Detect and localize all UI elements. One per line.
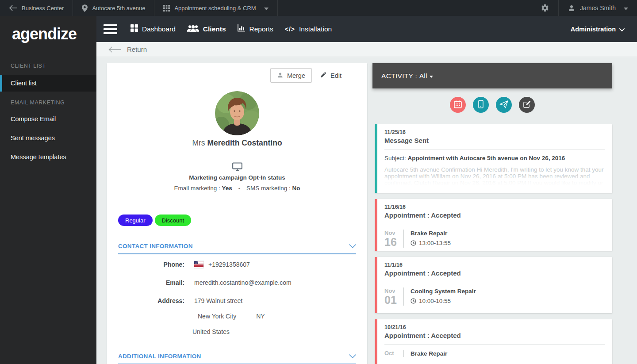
chevron-down-icon[interactable] [349, 244, 356, 248]
edit-button[interactable]: Edit [320, 71, 342, 80]
add-appointment-button[interactable] [450, 97, 466, 113]
activity-action-buttons [372, 97, 612, 113]
divider [384, 224, 605, 224]
activity-title: Message Sent [384, 137, 605, 144]
subject-label: Subject: [384, 155, 406, 161]
chevron-down-icon [624, 5, 628, 11]
address-row: Address: 179 Walnut street [118, 297, 242, 304]
address-country: United States [192, 328, 230, 335]
calendar-icon [454, 100, 462, 110]
email-marketing-label: Email marketing : [174, 185, 220, 192]
app-switcher-label: Appointment scheduling & CRM [174, 5, 256, 11]
activity-card-appointment[interactable]: 11/1/16 Appointment : Accepted Nov 01 Co… [375, 257, 612, 313]
app-switcher[interactable]: Appointment scheduling & CRM [154, 0, 277, 16]
appointment-time: 10:00-10:55 [419, 298, 451, 304]
contact-information-title: CONTACT INFORMATION [118, 243, 193, 249]
user-name: James Smith [580, 4, 616, 11]
appointment-date-block: Oct [384, 350, 404, 357]
merge-person-icon [277, 72, 284, 80]
top-bar: Business Center Autocare 5th avenue Appo… [0, 0, 637, 16]
administration-menu[interactable]: Administration [571, 26, 625, 33]
pencil-icon [320, 71, 327, 80]
business-center-back[interactable]: Business Center [0, 0, 73, 16]
sidebar-item-compose-email[interactable]: Compose Email [0, 110, 96, 128]
appointment-time: 13:00-13:55 [419, 240, 451, 246]
activity-date: 11/1/16 [384, 262, 605, 268]
divider [384, 149, 605, 149]
breadcrumb-bar: Return [96, 42, 637, 57]
appointment-details: Oct Brake Repair [384, 350, 605, 357]
client-title-prefix: Mrs [192, 138, 205, 147]
appointment-time-row: 13:00-13:55 [411, 240, 451, 246]
client-full-name: Meredith Costantino [207, 138, 282, 147]
additional-information-title: ADDITIONAL INFORMATION [118, 353, 201, 360]
appointment-details: Nov 16 Brake Repair 13:00-13:55 [384, 230, 605, 248]
location-label: Autocare 5th avenue [92, 5, 145, 11]
user-menu[interactable]: James Smith [559, 0, 637, 16]
address-city: New York City [198, 313, 236, 320]
email-value: meredith.costantino@example.com [194, 279, 292, 286]
activity-card-message[interactable]: 11/25/16 Message Sent Subject: Appointme… [375, 124, 612, 193]
activity-card-appointment[interactable]: 11/16/16 Appointment : Accepted Nov 16 B… [375, 199, 612, 251]
nav-installation-label: Installation [299, 25, 332, 33]
gear-icon [541, 4, 549, 12]
nav-reports-label: Reports [249, 25, 273, 33]
activity-date: 11/16/16 [384, 204, 605, 210]
email-label: Email: [118, 279, 184, 286]
sidebar-item-client-list[interactable]: Client list [0, 75, 96, 92]
appointment-month: Nov [384, 230, 399, 236]
return-label: Return [127, 46, 147, 53]
contact-information-section-header[interactable]: CONTACT INFORMATION [118, 243, 356, 254]
address-label: Address: [118, 297, 184, 304]
activity-date: 10/21/16 [384, 324, 605, 330]
client-avatar [215, 91, 259, 135]
client-tags: Regular Discount [118, 215, 191, 226]
sidebar-header-client-list: CLIENT LIST [0, 63, 96, 69]
additional-information-section-header[interactable]: ADDITIONAL INFORMATION [118, 353, 356, 364]
nav-dashboard[interactable]: Dashboard [130, 24, 176, 34]
nav-installation[interactable]: </> Installation [285, 25, 332, 33]
business-center-label: Business Center [22, 5, 64, 11]
appointment-service: Cooling System Repair [411, 288, 476, 295]
return-button[interactable]: Return [108, 46, 147, 53]
nav-dashboard-label: Dashboard [142, 25, 176, 33]
merge-button[interactable]: Merge [270, 68, 312, 83]
clock-icon [411, 240, 416, 246]
nav-reports[interactable]: Reports [238, 24, 273, 34]
chevron-down-icon[interactable] [349, 354, 356, 358]
phone-label: Phone: [118, 261, 184, 268]
people-group-icon [187, 24, 199, 34]
hamburger-menu-button[interactable] [104, 24, 117, 34]
app-screen: Business Center Autocare 5th avenue Appo… [0, 0, 637, 364]
email-row: Email: meredith.costantino@example.com [118, 279, 292, 286]
address-city-row: New York City NY [118, 313, 265, 320]
client-name: Mrs Meredith Costantino [107, 138, 367, 148]
chevron-down-icon [619, 26, 625, 33]
sidebar-item-message-templates[interactable]: Message templates [0, 148, 96, 166]
location-selector[interactable]: Autocare 5th avenue [73, 0, 154, 16]
call-button[interactable] [473, 97, 489, 113]
activity-card-appointment[interactable]: 10/21/16 Appointment : Accepted Oct Brak… [375, 319, 612, 364]
appointment-service: Brake Repair [411, 350, 447, 357]
nav-clients[interactable]: Clients [187, 24, 226, 34]
message-preview: Autocare 5th avenue Confirmation Hi Mere… [384, 166, 605, 186]
bar-chart-icon [238, 24, 246, 34]
activity-filter-header[interactable]: ACTIVITY : All [372, 63, 612, 88]
appointment-service: Brake Repair [411, 230, 451, 237]
sidebar-item-sent-messages[interactable]: Sent messages [0, 129, 96, 147]
activity-title: Appointment : Accepted [384, 269, 605, 277]
activity-title: Appointment : Accepted [384, 332, 605, 339]
nav-clients-label: Clients [203, 25, 226, 33]
mobile-phone-icon [478, 100, 484, 110]
send-message-button[interactable] [496, 97, 512, 113]
activity-header-label: ACTIVITY : [381, 72, 417, 80]
add-note-button[interactable] [519, 97, 535, 113]
agendize-logo: agendize [0, 16, 96, 43]
monitor-icon [107, 162, 367, 171]
sidebar-header-email-marketing: EMAIL MARKETING [0, 100, 96, 106]
edit-label: Edit [330, 72, 342, 79]
appointment-month: Nov [384, 287, 399, 294]
topbar-spacer [278, 0, 532, 16]
appointment-date-block: Nov 16 [384, 230, 404, 248]
settings-button[interactable] [532, 0, 559, 16]
